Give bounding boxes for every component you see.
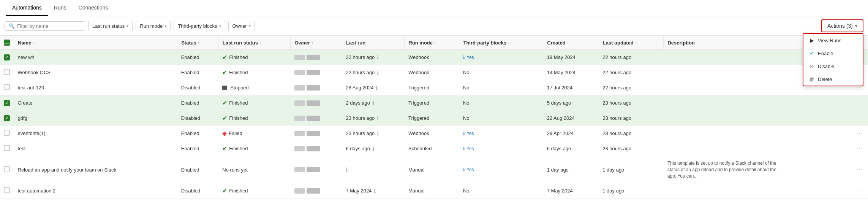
- sort-icon: ↕: [434, 41, 436, 45]
- row-checkbox[interactable]: ✓: [4, 115, 10, 121]
- row-more-options[interactable]: ···: [851, 156, 868, 183]
- run-mode-filter[interactable]: Run mode ▾: [136, 21, 171, 31]
- row-created: 17 Jul 2024: [543, 80, 599, 95]
- ellipsis-icon[interactable]: ···: [855, 187, 864, 195]
- row-checkbox[interactable]: [4, 84, 10, 90]
- third-party-blocks-filter[interactable]: Third-party blocks ▾: [174, 21, 225, 31]
- row-owner: [291, 111, 342, 126]
- row-last-run: 28 Aug 2024ℹ: [342, 80, 405, 95]
- row-more-options[interactable]: ···: [851, 141, 868, 156]
- info-icon[interactable]: ℹ: [372, 100, 374, 106]
- col-status[interactable]: Status↕: [177, 36, 219, 50]
- info-icon[interactable]: ℹ: [377, 130, 379, 137]
- col-created[interactable]: Created↕: [543, 36, 599, 50]
- info-icon[interactable]: ℹ: [372, 146, 374, 152]
- table-row: ✓gdfgDisabled✔Finished23 hours agoℹTrigg…: [0, 111, 868, 126]
- row-third-party: ℹYes: [459, 126, 543, 141]
- table-row: Webhook QCSEnabled✔Finished22 hours agoℹ…: [0, 65, 868, 80]
- info-icon[interactable]: ℹ: [377, 115, 379, 121]
- row-checkbox[interactable]: ✓: [4, 54, 10, 60]
- row-owner: [291, 156, 342, 183]
- col-last-updated[interactable]: Last updated↕: [599, 36, 664, 50]
- row-owner: [291, 95, 342, 111]
- row-third-party: ℹYes: [459, 156, 543, 183]
- row-run-mode: Triggered: [405, 111, 459, 126]
- row-run-mode: Triggered: [405, 95, 459, 111]
- info-icon[interactable]: ℹ: [377, 70, 379, 76]
- row-third-party: No: [459, 95, 543, 111]
- row-more-options[interactable]: [851, 95, 868, 111]
- tab-connections[interactable]: Connections: [73, 0, 114, 16]
- finished-icon: ✔: [222, 114, 227, 122]
- row-checkbox[interactable]: [4, 145, 10, 151]
- row-name: Webhook QCS: [14, 65, 177, 80]
- owner-avatar: [294, 70, 338, 75]
- select-all-header[interactable]: —: [0, 36, 14, 50]
- info-icon[interactable]: ℹ: [346, 167, 348, 173]
- delete-icon: 🗑: [809, 76, 815, 82]
- row-last-run: 22 hours agoℹ: [342, 65, 405, 80]
- row-status: Enabled: [177, 126, 219, 141]
- row-status: Disabled: [177, 183, 219, 199]
- row-created: 19 May 2024: [543, 50, 599, 65]
- col-last-run-status[interactable]: Last run status↕: [218, 36, 291, 50]
- select-all-checkbox[interactable]: —: [4, 40, 10, 46]
- table-header: — Name↕ Status↕ Last run status↕ Owner↕ …: [0, 36, 868, 50]
- row-created: 5 days ago: [543, 95, 599, 111]
- col-third-party[interactable]: Third-party blocks↕: [459, 36, 543, 50]
- ellipsis-icon[interactable]: ···: [855, 129, 864, 137]
- row-name: test: [14, 141, 177, 156]
- row-description: [664, 126, 851, 141]
- row-status: Disabled: [177, 111, 219, 126]
- yes-badge: ℹYes: [463, 131, 539, 136]
- owner-avatar: [294, 146, 338, 151]
- row-more-options[interactable]: [851, 111, 868, 126]
- col-last-run[interactable]: Last run↕: [342, 36, 405, 50]
- check-icon: ✓: [809, 50, 815, 56]
- finished-icon: ✔: [222, 187, 227, 194]
- info-icon[interactable]: ℹ: [377, 54, 379, 60]
- ellipsis-icon[interactable]: ···: [855, 165, 864, 173]
- table-row: testEnabled✔Finished6 days agoℹScheduled…: [0, 141, 868, 156]
- col-description: Description: [664, 36, 851, 50]
- row-checkbox[interactable]: [4, 69, 10, 75]
- table-row: ✓new whEnabled✔Finished22 hours agoℹWebh…: [0, 50, 868, 65]
- row-run-mode: Webhook: [405, 126, 459, 141]
- ellipsis-icon[interactable]: ···: [855, 145, 864, 153]
- row-checkbox[interactable]: [4, 187, 10, 193]
- owner-filter[interactable]: Owner ▾: [228, 21, 255, 31]
- row-last-run: 23 hours agoℹ: [342, 126, 405, 141]
- row-more-options[interactable]: ···: [851, 183, 868, 199]
- row-run-mode: Manual: [405, 183, 459, 199]
- row-last-run-status: ✔Finished: [218, 183, 291, 199]
- row-checkbox[interactable]: [4, 166, 10, 172]
- table-row: eventbrite(1)Enabled◆Failed23 hours agoℹ…: [0, 126, 868, 141]
- filter-text-input[interactable]: [17, 23, 81, 29]
- col-owner[interactable]: Owner↕: [291, 36, 342, 50]
- disable-menu-item[interactable]: ⊘ Disable: [803, 60, 863, 73]
- col-name[interactable]: Name↕: [14, 36, 177, 50]
- tab-runs[interactable]: Runs: [48, 0, 73, 16]
- row-checkbox[interactable]: ✓: [4, 100, 10, 106]
- row-last-run: 23 hours agoℹ: [342, 111, 405, 126]
- row-more-options[interactable]: ···: [851, 126, 868, 141]
- row-last-updated: 22 hours ago: [599, 50, 664, 65]
- row-third-party: ℹYes: [459, 50, 543, 65]
- info-icon[interactable]: ℹ: [376, 85, 378, 91]
- delete-menu-item[interactable]: 🗑 Delete: [803, 73, 863, 86]
- sort-icon: ↕: [508, 41, 510, 45]
- disable-icon: ⊘: [809, 63, 815, 69]
- col-run-mode[interactable]: Run mode↕: [405, 36, 459, 50]
- row-third-party: ℹYes: [459, 141, 543, 156]
- row-last-updated: 23 hours ago: [599, 95, 664, 111]
- row-last-run-status: ✔Finished: [218, 95, 291, 111]
- filter-input[interactable]: 🔍: [5, 21, 85, 31]
- info-icon[interactable]: ℹ: [374, 188, 376, 194]
- row-last-run: ℹ: [342, 156, 405, 183]
- tab-automations[interactable]: Automations: [6, 0, 48, 16]
- row-checkbox[interactable]: [4, 130, 10, 136]
- row-third-party: No: [459, 80, 543, 95]
- row-owner: [291, 141, 342, 156]
- actions-button[interactable]: Actions (3) ▾: [821, 19, 863, 32]
- last-run-status-filter[interactable]: Last run status ▾: [88, 21, 133, 31]
